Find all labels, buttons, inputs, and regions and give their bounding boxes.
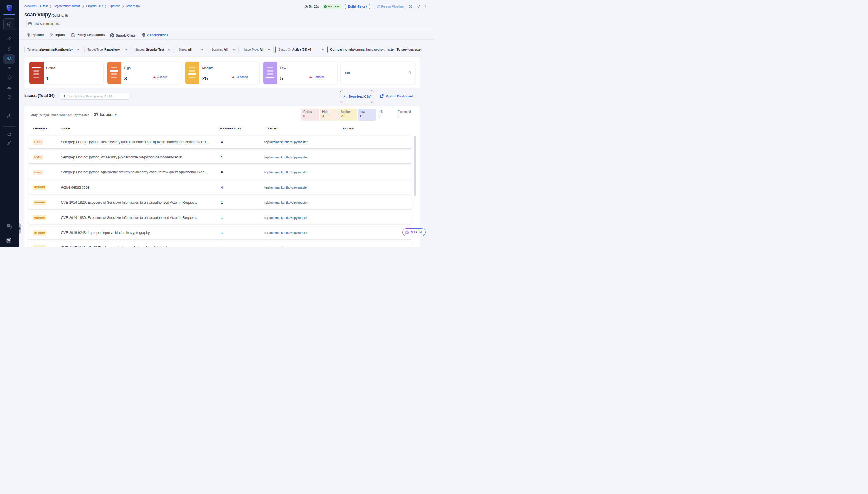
svg-text:?: ? [8,225,9,227]
